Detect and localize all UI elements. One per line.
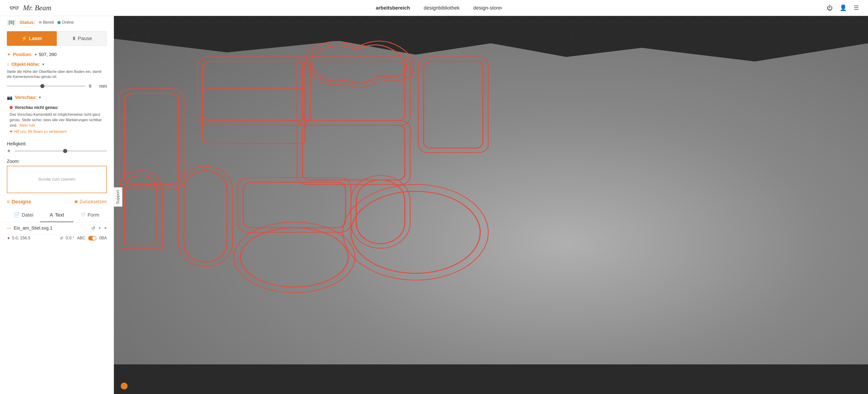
svg-rect-6 <box>297 57 410 125</box>
svg-rect-13 <box>243 182 345 228</box>
logo-area: 👓 Mr. Beam <box>9 3 51 13</box>
online-text: Online <box>62 20 74 25</box>
nav-arbeitsbereich[interactable]: arbeitsbereich <box>376 5 410 11</box>
tab-datei-label: Datei <box>22 212 33 218</box>
laser-button[interactable]: ⚡ Laser <box>7 31 57 46</box>
bereit-text: Bereit <box>43 20 54 25</box>
mehr-info-link[interactable]: Mehr Info <box>20 124 35 127</box>
brightness-slider[interactable] <box>14 151 107 152</box>
main-layout: [S] Status: ✉ Bereit Online ⚡ Laser ⏸ Pa… <box>0 16 868 394</box>
svg-point-17 <box>351 191 480 273</box>
svg-point-18 <box>343 185 488 280</box>
zoom-label: Zoom: <box>7 159 107 164</box>
objekt-hoehe-icon: ↕ <box>7 62 9 67</box>
header-nav: arbeitsbereich designbibliothek design-s… <box>376 5 502 11</box>
tab-datei[interactable]: 📄 Datei <box>7 208 40 222</box>
text-tab-icon: A <box>50 212 53 218</box>
pause-button[interactable]: ⏸ Pause <box>57 31 107 46</box>
svg-rect-12 <box>179 166 232 266</box>
toggle-switch[interactable] <box>88 236 96 240</box>
file-meta-right: ↺ 0.0 ° ABC 0BA <box>60 236 107 241</box>
nav-designbibliothek[interactable]: designbibliothek <box>424 5 460 11</box>
designs-title: Designs <box>11 199 31 205</box>
status-s-badge: [S] <box>7 20 16 25</box>
file-close-button[interactable]: × <box>104 226 107 231</box>
svg-rect-0 <box>125 93 178 185</box>
brightness-low-icon: ☀ <box>7 148 11 154</box>
tab-form[interactable]: ♡ Form <box>73 208 107 222</box>
tab-text-label: Text <box>55 212 64 218</box>
position-icon: ✦ <box>7 52 11 57</box>
hamburger-menu[interactable]: ☰ <box>854 4 859 11</box>
camera-icon: 📷 <box>7 95 12 100</box>
help-link[interactable]: ❤ Hilf uns, Mr Beam zu verbessern <box>9 130 104 134</box>
orange-dot-indicator <box>121 383 128 389</box>
header: 👓 Mr. Beam arbeitsbereich designbiblioth… <box>0 0 868 16</box>
status-bereit: ✉ Bereit <box>39 20 54 25</box>
bereit-icon: ✉ <box>39 20 42 25</box>
heart-icon: ❤ <box>9 130 12 134</box>
user-menu[interactable]: 👤 <box>839 4 847 11</box>
height-slider-row: 9 mm <box>0 82 114 93</box>
position-label[interactable]: Position: <box>13 52 33 57</box>
warning-box: Vorschau nicht genau: Das Vorschau-Kamer… <box>7 102 107 137</box>
warning-dot <box>9 106 13 109</box>
file-add-button[interactable]: + <box>98 226 101 231</box>
designs-label: ≡ Designs <box>7 199 31 205</box>
reset-label: Zurücksetzen <box>80 199 107 204</box>
position-dropdown-arrow[interactable]: ▾ <box>35 53 37 57</box>
logo-text: Mr. Beam <box>23 4 51 12</box>
brightness-slider-row: ☀ <box>0 147 114 157</box>
warning-text: Das Vorschau-Kamerabild ist möglicherwei… <box>9 112 104 128</box>
vorschau-row: 📷 Vorschau: ▾ <box>0 93 114 102</box>
header-right: ⏻ 👤 ☰ <box>827 4 859 11</box>
height-slider[interactable] <box>7 86 85 87</box>
status-online: Online <box>57 20 74 25</box>
position-value: 507, 390 <box>39 52 57 57</box>
reset-button[interactable]: ✖ Zurücksetzen <box>74 199 107 204</box>
file-tab-icon: 📄 <box>14 212 20 218</box>
rotation-value: 0.0 ° <box>66 236 74 240</box>
logo-icon: 👓 <box>9 3 19 13</box>
svg-rect-7 <box>303 125 405 180</box>
rotation-icon: ↺ <box>60 236 63 241</box>
svg-rect-11 <box>184 171 227 262</box>
objekt-hoehe-label[interactable]: Objekt-Höhe: <box>11 62 40 67</box>
form-tab-icon: ♡ <box>81 212 86 218</box>
file-meta: ✦ 5.0, 156.5 ↺ 0.0 ° ABC 0BA <box>0 234 114 242</box>
oba-label: 0BA <box>99 236 107 240</box>
vorschau-arrow[interactable]: ▾ <box>39 95 41 100</box>
objekt-hoehe-arrow[interactable]: ▾ <box>42 62 44 66</box>
canvas-svg <box>114 16 868 394</box>
zoom-box[interactable]: Scrolle zum zoomen <box>7 166 107 193</box>
online-dot <box>57 21 61 24</box>
tab-form-label: Form <box>88 212 99 218</box>
file-item-left: — Eis_am_Stiel.svg.1 <box>7 226 53 231</box>
canvas-area[interactable] <box>114 16 868 394</box>
nav-design-store[interactable]: design-store• <box>473 5 502 11</box>
status-label: Status: <box>20 20 35 25</box>
svg-rect-2 <box>203 62 305 121</box>
helligkeit-row: Helligkeit: <box>0 139 114 147</box>
zoom-scroll-text: Scrolle zum zoomen <box>38 177 75 182</box>
reset-icon: ✖ <box>74 199 78 204</box>
vorschau-label[interactable]: Vorschau: <box>15 95 37 100</box>
laser-pause-row: ⚡ Laser ⏸ Pause <box>7 31 107 46</box>
designs-bar: ≡ Designs ✖ Zurücksetzen <box>0 195 114 208</box>
height-value: 9 <box>89 84 96 89</box>
sidebar: [S] Status: ✉ Bereit Online ⚡ Laser ⏸ Pa… <box>0 16 114 394</box>
support-sidebar: Support <box>114 187 122 206</box>
file-scale-value: 5.0, 156.5 <box>12 236 30 240</box>
file-name: Eis_am_Stiel.svg.1 <box>14 226 53 231</box>
zoom-row: Zoom: Scrolle zum zoomen <box>0 157 114 195</box>
support-tab[interactable]: Support <box>114 187 122 206</box>
svg-rect-3 <box>197 57 311 125</box>
tab-text[interactable]: A Text <box>40 208 73 222</box>
file-rotate-button[interactable]: ↺ <box>91 226 95 231</box>
file-item-icon: — <box>7 226 11 231</box>
help-text: Hilf uns, Mr Beam zu verbessern <box>14 130 67 134</box>
power-button[interactable]: ⏻ <box>827 4 833 11</box>
svg-rect-10 <box>418 57 488 153</box>
warning-title: Vorschau nicht genau: <box>9 105 104 110</box>
svg-rect-5 <box>303 62 405 121</box>
